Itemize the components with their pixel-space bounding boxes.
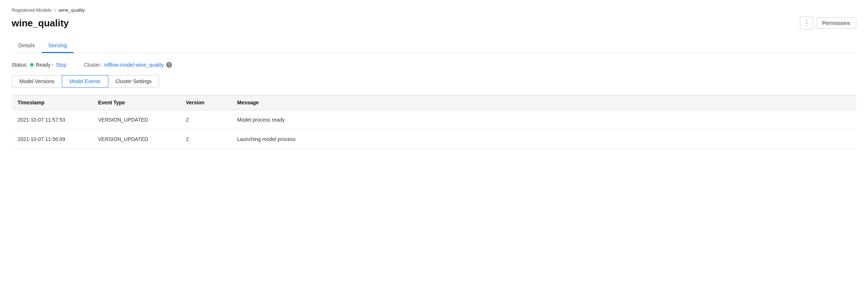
header-actions: ⋮ Permissions: [800, 16, 856, 30]
more-options-button[interactable]: ⋮: [800, 16, 813, 30]
subtab-model-events[interactable]: Model Events: [62, 75, 108, 88]
col-header-event-type: Event Type: [98, 100, 186, 105]
tab-details[interactable]: Details: [12, 38, 42, 53]
help-icon[interactable]: ?: [166, 62, 172, 68]
status-group: Status: Ready - Stop: [12, 62, 66, 68]
header-row: wine_quality ⋮ Permissions: [12, 16, 856, 30]
status-ready-text: Ready -: [36, 62, 54, 68]
breadcrumb-current: wine_quality: [59, 7, 85, 13]
status-stop-link[interactable]: Stop: [56, 62, 67, 68]
row-0-event-type: VERSION_UPDATED: [98, 117, 186, 123]
table-header-row: Timestamp Event Type Version Message: [12, 95, 856, 110]
col-header-version: Version: [186, 100, 237, 105]
col-header-timestamp: Timestamp: [18, 100, 98, 105]
tabs-bar: Details Serving: [12, 38, 856, 53]
table-row: 2021-10-07 11:56:09 VERSION_UPDATED 2 La…: [12, 130, 856, 149]
page-title: wine_quality: [12, 18, 69, 29]
tab-serving[interactable]: Serving: [42, 38, 74, 53]
subtab-model-versions[interactable]: Model Versions: [12, 75, 62, 88]
status-label: Status:: [12, 62, 28, 68]
row-1-event-type: VERSION_UPDATED: [98, 136, 186, 142]
status-row: Status: Ready - Stop Cluster: mlflow-mod…: [12, 62, 856, 68]
col-header-message: Message: [237, 100, 850, 105]
breadcrumb-parent[interactable]: Registered Models: [12, 7, 51, 13]
breadcrumb-separator: >: [53, 7, 56, 13]
row-0-timestamp: 2021-10-07 11:57:53: [18, 117, 98, 123]
cluster-group: Cluster: mlflow-model-wine_quality ?: [84, 62, 172, 68]
permissions-button[interactable]: Permissions: [816, 18, 856, 29]
row-1-timestamp: 2021-10-07 11:56:09: [18, 136, 98, 142]
table-row: 2021-10-07 11:57:53 VERSION_UPDATED 2 Mo…: [12, 110, 856, 130]
subtab-cluster-settings[interactable]: Cluster Settings: [108, 75, 160, 88]
cluster-label: Cluster:: [84, 62, 101, 68]
cluster-link[interactable]: mlflow-model-wine_quality: [104, 62, 164, 68]
row-1-version: 2: [186, 136, 237, 142]
row-0-message: Model process ready: [237, 117, 850, 123]
row-0-version: 2: [186, 117, 237, 123]
breadcrumb: Registered Models > wine_quality: [12, 7, 856, 13]
subtabs-bar: Model Versions Model Events Cluster Sett…: [12, 75, 856, 88]
more-icon: ⋮: [803, 19, 810, 27]
row-1-message: Launching model process: [237, 136, 850, 142]
status-ready-dot: [30, 63, 34, 67]
table-container: Timestamp Event Type Version Message 202…: [12, 95, 856, 149]
page-wrapper: Registered Models > wine_quality wine_qu…: [0, 0, 868, 282]
